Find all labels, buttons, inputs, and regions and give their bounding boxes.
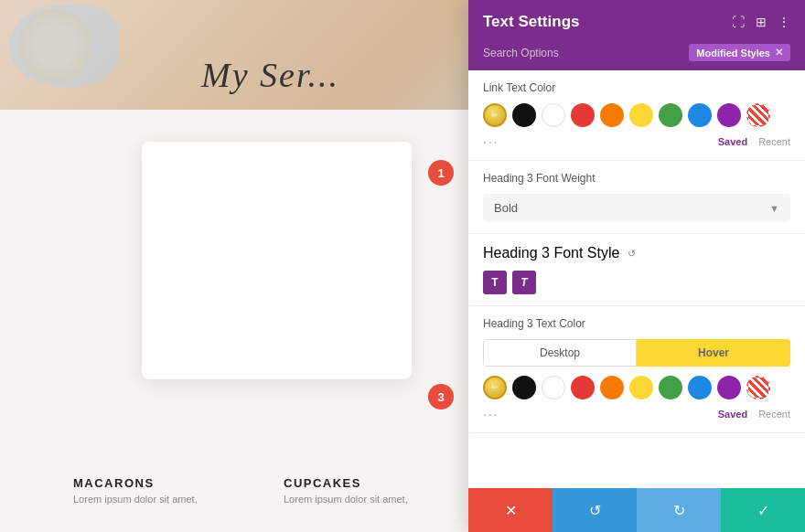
h3-swatch-white[interactable] xyxy=(542,376,565,399)
swatch-white[interactable] xyxy=(542,103,565,127)
heading3-font-weight-label: Heading 3 Font Weight xyxy=(483,172,790,185)
text-settings-panel: Text Settings ⛶ ⊞ ⋮ Search Options Modif… xyxy=(468,0,805,532)
h3-saved-label[interactable]: Saved xyxy=(718,409,747,420)
font-weight-value: Bold xyxy=(494,201,518,215)
font-weight-select[interactable]: Bold ▼ xyxy=(483,194,790,222)
expand-icon[interactable]: ⛶ xyxy=(732,15,745,29)
desktop-hover-tabs: Desktop Hover xyxy=(483,339,790,367)
hover-tab[interactable]: Hover xyxy=(637,339,790,367)
page-title: My Ser... xyxy=(201,55,339,95)
panel-header-icons: ⛶ ⊞ ⋮ xyxy=(732,15,790,29)
h3-swatch-green[interactable] xyxy=(659,376,682,399)
refresh-icon[interactable]: ↺ xyxy=(625,247,638,260)
heading3-font-style-label: Heading 3 Font Style xyxy=(483,245,619,261)
modified-styles-badge[interactable]: Modified Styles ✕ xyxy=(689,44,790,61)
h3-swatch-orange[interactable] xyxy=(600,376,624,399)
macarons-text: Lorem ipsum dolor sit amet, xyxy=(73,494,198,505)
heading3-font-style-section: Heading 3 Font Style ↺ T T xyxy=(468,234,805,306)
h3-color-saved-recent: ··· Saved Recent xyxy=(483,407,790,421)
h3-more-options-btn[interactable]: ··· xyxy=(483,407,707,421)
heading3-text-color-section: Heading 3 Text Color Desktop Hover ··· xyxy=(468,306,805,433)
link-text-color-swatches xyxy=(483,103,790,127)
recent-label[interactable]: Recent xyxy=(758,136,790,147)
white-card xyxy=(142,142,412,379)
h3-swatch-yellow[interactable] xyxy=(629,376,653,399)
desktop-tab[interactable]: Desktop xyxy=(483,339,637,367)
swatch-striped[interactable] xyxy=(746,103,770,127)
heading3-font-weight-section: Heading 3 Font Weight Bold ▼ xyxy=(468,161,805,234)
swatch-purple[interactable] xyxy=(717,103,741,127)
step-badge-1: 1 xyxy=(428,160,454,186)
h3-swatch-gold-selected[interactable] xyxy=(483,376,507,399)
panel-header: Text Settings ⛶ ⊞ ⋮ xyxy=(468,0,805,44)
panel-footer: ✕ ↺ ↻ ✓ xyxy=(468,488,805,532)
heading3-color-swatches xyxy=(483,376,790,399)
cupcakes-text: Lorem ipsum dolor sit amet, xyxy=(284,494,408,505)
swatch-black[interactable] xyxy=(512,103,536,127)
font-style-buttons: T T xyxy=(483,271,790,294)
h3-swatch-blue[interactable] xyxy=(688,376,712,399)
panel-search-bar: Search Options Modified Styles ✕ xyxy=(468,44,805,70)
undo-button[interactable]: ↺ xyxy=(553,488,637,532)
cancel-icon: ✕ xyxy=(505,502,517,519)
panel-title: Text Settings xyxy=(483,13,579,31)
cancel-button[interactable]: ✕ xyxy=(468,488,553,532)
redo-icon: ↻ xyxy=(673,502,685,519)
more-icon[interactable]: ⋮ xyxy=(778,15,790,29)
heading3-text-color-label: Heading 3 Text Color xyxy=(483,317,790,330)
search-options-label[interactable]: Search Options xyxy=(483,47,559,59)
swatch-orange[interactable] xyxy=(600,103,624,127)
h3-swatch-black[interactable] xyxy=(512,376,536,399)
confirm-button[interactable]: ✓ xyxy=(721,488,805,532)
modified-styles-close[interactable]: ✕ xyxy=(775,47,783,59)
swatch-red[interactable] xyxy=(571,103,595,127)
more-options-btn[interactable]: ··· xyxy=(483,134,707,149)
link-text-color-label: Link Text Color xyxy=(483,81,790,94)
swatch-green[interactable] xyxy=(659,103,682,127)
h3-swatch-purple[interactable] xyxy=(717,376,741,399)
swatch-blue[interactable] xyxy=(688,103,712,127)
modified-styles-label: Modified Styles xyxy=(696,48,770,59)
panel-body: Link Text Color ··· Saved Recent xyxy=(468,70,805,488)
heading3-font-style-label-row: Heading 3 Font Style ↺ xyxy=(483,245,790,261)
bold-style-btn[interactable]: T xyxy=(483,271,507,294)
link-text-color-section: Link Text Color ··· Saved Recent xyxy=(468,70,805,161)
macarons-section: MACARONS Lorem ipsum dolor sit amet, xyxy=(73,476,198,505)
step-badge-3: 3 xyxy=(428,384,454,410)
h3-recent-label[interactable]: Recent xyxy=(758,409,790,420)
undo-icon: ↺ xyxy=(589,502,601,519)
swatch-yellow[interactable] xyxy=(629,103,653,127)
page-title-text: My Se xyxy=(201,56,296,94)
macarons-heading: MACARONS xyxy=(73,476,198,490)
cupcakes-heading: CUPCAKES xyxy=(284,476,408,490)
select-arrow-icon: ▼ xyxy=(769,203,779,214)
layout-icon[interactable]: ⊞ xyxy=(756,15,767,29)
swatch-gold-selected[interactable] xyxy=(483,103,507,127)
h3-swatch-red[interactable] xyxy=(571,376,595,399)
link-color-saved-recent: ··· Saved Recent xyxy=(483,134,790,149)
confirm-icon: ✓ xyxy=(757,502,769,519)
saved-label[interactable]: Saved xyxy=(718,136,747,147)
italic-style-btn[interactable]: T xyxy=(512,271,536,294)
cupcakes-section: CUPCAKES Lorem ipsum dolor sit amet, xyxy=(284,476,408,505)
h3-swatch-striped[interactable] xyxy=(746,376,770,399)
redo-button[interactable]: ↻ xyxy=(637,488,721,532)
